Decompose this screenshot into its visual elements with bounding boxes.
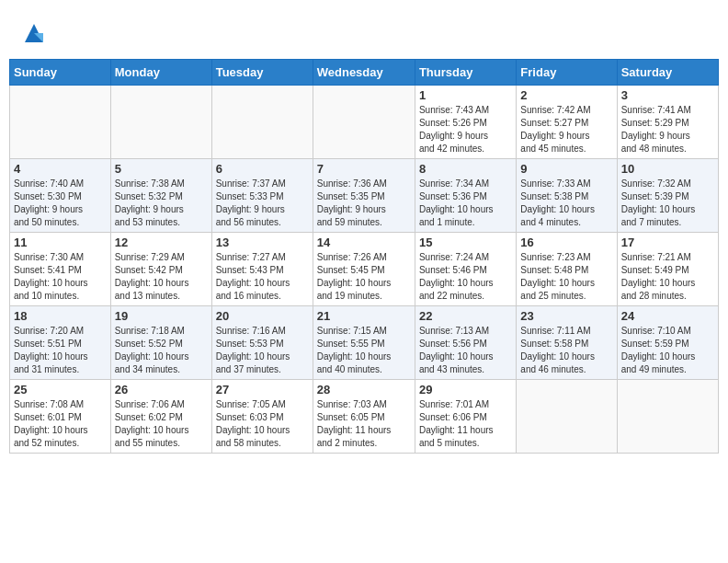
- logo-icon: [21, 20, 47, 50]
- day-info: Sunrise: 7:32 AM Sunset: 5:39 PM Dayligh…: [621, 178, 714, 229]
- day-info: Sunrise: 7:43 AM Sunset: 5:26 PM Dayligh…: [419, 104, 512, 155]
- day-number: 26: [115, 383, 208, 396]
- calendar-cell: 22Sunrise: 7:13 AM Sunset: 5:56 PM Dayli…: [415, 306, 516, 380]
- calendar-cell: [313, 86, 415, 159]
- weekday-header-thursday: Thursday: [415, 60, 516, 86]
- day-info: Sunrise: 7:41 AM Sunset: 5:29 PM Dayligh…: [621, 104, 714, 155]
- day-number: 16: [520, 236, 612, 249]
- day-number: 9: [520, 162, 612, 176]
- day-number: 25: [14, 383, 107, 396]
- calendar-cell: [110, 86, 211, 159]
- day-number: 23: [520, 309, 612, 323]
- week-row-5: 25Sunrise: 7:08 AM Sunset: 6:01 PM Dayli…: [10, 380, 719, 454]
- day-info: Sunrise: 7:08 AM Sunset: 6:01 PM Dayligh…: [14, 398, 107, 450]
- calendar-cell: [617, 380, 718, 454]
- day-number: 8: [419, 162, 512, 176]
- day-info: Sunrise: 7:29 AM Sunset: 5:42 PM Dayligh…: [115, 251, 208, 303]
- day-info: Sunrise: 7:33 AM Sunset: 5:38 PM Dayligh…: [520, 178, 612, 229]
- calendar-cell: [517, 380, 617, 454]
- day-number: 24: [621, 309, 714, 323]
- calendar-cell: 26Sunrise: 7:06 AM Sunset: 6:02 PM Dayli…: [110, 380, 211, 454]
- logo: [18, 18, 47, 50]
- day-number: 17: [621, 236, 714, 249]
- day-info: Sunrise: 7:37 AM Sunset: 5:33 PM Dayligh…: [216, 178, 309, 229]
- calendar-cell: 1Sunrise: 7:43 AM Sunset: 5:26 PM Daylig…: [415, 86, 516, 159]
- calendar-cell: 6Sunrise: 7:37 AM Sunset: 5:33 PM Daylig…: [211, 159, 313, 233]
- day-number: 18: [14, 309, 107, 323]
- day-info: Sunrise: 7:18 AM Sunset: 5:52 PM Dayligh…: [115, 325, 208, 376]
- day-number: 20: [216, 309, 309, 323]
- day-info: Sunrise: 7:11 AM Sunset: 5:58 PM Dayligh…: [520, 325, 612, 376]
- day-number: 4: [14, 162, 107, 176]
- calendar: SundayMondayTuesdayWednesdayThursdayFrid…: [9, 59, 719, 454]
- calendar-cell: [10, 86, 111, 159]
- day-info: Sunrise: 7:03 AM Sunset: 6:05 PM Dayligh…: [317, 398, 411, 450]
- weekday-header-tuesday: Tuesday: [211, 60, 313, 86]
- calendar-cell: 2Sunrise: 7:42 AM Sunset: 5:27 PM Daylig…: [517, 86, 617, 159]
- day-info: Sunrise: 7:01 AM Sunset: 6:06 PM Dayligh…: [419, 398, 512, 450]
- day-info: Sunrise: 7:42 AM Sunset: 5:27 PM Dayligh…: [520, 104, 612, 155]
- weekday-header-monday: Monday: [110, 60, 211, 86]
- day-number: 7: [317, 162, 411, 176]
- calendar-cell: 3Sunrise: 7:41 AM Sunset: 5:29 PM Daylig…: [617, 86, 718, 159]
- page-header: [9, 9, 719, 54]
- day-number: 14: [317, 236, 411, 249]
- week-row-2: 4Sunrise: 7:40 AM Sunset: 5:30 PM Daylig…: [10, 159, 719, 233]
- day-number: 13: [216, 236, 309, 249]
- calendar-cell: 5Sunrise: 7:38 AM Sunset: 5:32 PM Daylig…: [110, 159, 211, 233]
- day-number: 27: [216, 383, 309, 396]
- day-number: 22: [419, 309, 512, 323]
- day-info: Sunrise: 7:30 AM Sunset: 5:41 PM Dayligh…: [14, 251, 107, 303]
- day-info: Sunrise: 7:20 AM Sunset: 5:51 PM Dayligh…: [14, 325, 107, 376]
- calendar-cell: 29Sunrise: 7:01 AM Sunset: 6:06 PM Dayli…: [415, 380, 516, 454]
- day-number: 3: [621, 88, 714, 102]
- weekday-header-friday: Friday: [517, 60, 617, 86]
- calendar-cell: 25Sunrise: 7:08 AM Sunset: 6:01 PM Dayli…: [10, 380, 111, 454]
- day-info: Sunrise: 7:06 AM Sunset: 6:02 PM Dayligh…: [115, 398, 208, 450]
- day-info: Sunrise: 7:38 AM Sunset: 5:32 PM Dayligh…: [115, 178, 208, 229]
- day-info: Sunrise: 7:40 AM Sunset: 5:30 PM Dayligh…: [14, 178, 107, 229]
- day-info: Sunrise: 7:10 AM Sunset: 5:59 PM Dayligh…: [621, 325, 714, 376]
- calendar-cell: 28Sunrise: 7:03 AM Sunset: 6:05 PM Dayli…: [313, 380, 415, 454]
- calendar-cell: 14Sunrise: 7:26 AM Sunset: 5:45 PM Dayli…: [313, 233, 415, 306]
- calendar-cell: 19Sunrise: 7:18 AM Sunset: 5:52 PM Dayli…: [110, 306, 211, 380]
- calendar-cell: [211, 86, 313, 159]
- calendar-cell: 20Sunrise: 7:16 AM Sunset: 5:53 PM Dayli…: [211, 306, 313, 380]
- calendar-cell: 12Sunrise: 7:29 AM Sunset: 5:42 PM Dayli…: [110, 233, 211, 306]
- calendar-cell: 13Sunrise: 7:27 AM Sunset: 5:43 PM Dayli…: [211, 233, 313, 306]
- day-number: 11: [14, 236, 107, 249]
- day-info: Sunrise: 7:34 AM Sunset: 5:36 PM Dayligh…: [419, 178, 512, 229]
- calendar-cell: 17Sunrise: 7:21 AM Sunset: 5:49 PM Dayli…: [617, 233, 718, 306]
- calendar-cell: 18Sunrise: 7:20 AM Sunset: 5:51 PM Dayli…: [10, 306, 111, 380]
- calendar-cell: 15Sunrise: 7:24 AM Sunset: 5:46 PM Dayli…: [415, 233, 516, 306]
- weekday-header-saturday: Saturday: [617, 60, 718, 86]
- day-number: 12: [115, 236, 208, 249]
- day-number: 5: [115, 162, 208, 176]
- day-number: 21: [317, 309, 411, 323]
- day-number: 28: [317, 383, 411, 396]
- day-info: Sunrise: 7:26 AM Sunset: 5:45 PM Dayligh…: [317, 251, 411, 303]
- day-info: Sunrise: 7:36 AM Sunset: 5:35 PM Dayligh…: [317, 178, 411, 229]
- calendar-cell: 7Sunrise: 7:36 AM Sunset: 5:35 PM Daylig…: [313, 159, 415, 233]
- day-number: 15: [419, 236, 512, 249]
- calendar-cell: 21Sunrise: 7:15 AM Sunset: 5:55 PM Dayli…: [313, 306, 415, 380]
- calendar-cell: 24Sunrise: 7:10 AM Sunset: 5:59 PM Dayli…: [617, 306, 718, 380]
- calendar-cell: 23Sunrise: 7:11 AM Sunset: 5:58 PM Dayli…: [517, 306, 617, 380]
- day-info: Sunrise: 7:13 AM Sunset: 5:56 PM Dayligh…: [419, 325, 512, 376]
- calendar-cell: 9Sunrise: 7:33 AM Sunset: 5:38 PM Daylig…: [517, 159, 617, 233]
- calendar-cell: 10Sunrise: 7:32 AM Sunset: 5:39 PM Dayli…: [617, 159, 718, 233]
- day-number: 10: [621, 162, 714, 176]
- calendar-cell: 11Sunrise: 7:30 AM Sunset: 5:41 PM Dayli…: [10, 233, 111, 306]
- day-info: Sunrise: 7:23 AM Sunset: 5:48 PM Dayligh…: [520, 251, 612, 303]
- weekday-header-row: SundayMondayTuesdayWednesdayThursdayFrid…: [10, 60, 719, 86]
- week-row-1: 1Sunrise: 7:43 AM Sunset: 5:26 PM Daylig…: [10, 86, 719, 159]
- weekday-header-wednesday: Wednesday: [313, 60, 415, 86]
- calendar-cell: 4Sunrise: 7:40 AM Sunset: 5:30 PM Daylig…: [10, 159, 111, 233]
- weekday-header-sunday: Sunday: [10, 60, 111, 86]
- day-info: Sunrise: 7:16 AM Sunset: 5:53 PM Dayligh…: [216, 325, 309, 376]
- calendar-cell: 16Sunrise: 7:23 AM Sunset: 5:48 PM Dayli…: [517, 233, 617, 306]
- week-row-3: 11Sunrise: 7:30 AM Sunset: 5:41 PM Dayli…: [10, 233, 719, 306]
- day-info: Sunrise: 7:27 AM Sunset: 5:43 PM Dayligh…: [216, 251, 309, 303]
- day-number: 29: [419, 383, 512, 396]
- day-number: 2: [520, 88, 612, 102]
